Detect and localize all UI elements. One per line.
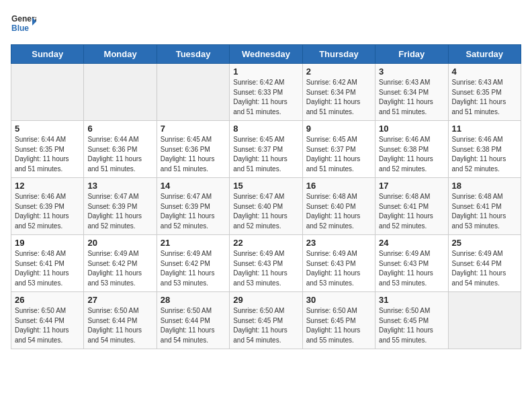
day-info: Sunrise: 6:49 AM Sunset: 6:43 PM Dayligh… — [306, 249, 371, 288]
calendar-cell: 25Sunrise: 6:49 AM Sunset: 6:44 PM Dayli… — [448, 235, 521, 292]
logo-icon: General Blue — [11, 11, 36, 36]
calendar-cell: 23Sunrise: 6:49 AM Sunset: 6:43 PM Dayli… — [302, 235, 375, 292]
calendar-cell: 14Sunrise: 6:47 AM Sunset: 6:39 PM Dayli… — [157, 178, 229, 235]
day-number: 3 — [379, 66, 444, 77]
day-number: 2 — [306, 66, 371, 77]
calendar-cell: 2Sunrise: 6:42 AM Sunset: 6:34 PM Daylig… — [302, 64, 375, 121]
calendar-cell: 26Sunrise: 6:50 AM Sunset: 6:44 PM Dayli… — [11, 292, 84, 349]
svg-text:Blue: Blue — [11, 24, 29, 33]
calendar-cell: 18Sunrise: 6:48 AM Sunset: 6:41 PM Dayli… — [448, 178, 521, 235]
day-info: Sunrise: 6:43 AM Sunset: 6:34 PM Dayligh… — [379, 78, 444, 117]
week-row-4: 19Sunrise: 6:48 AM Sunset: 6:41 PM Dayli… — [11, 235, 521, 292]
day-info: Sunrise: 6:49 AM Sunset: 6:42 PM Dayligh… — [161, 249, 226, 288]
calendar-cell: 28Sunrise: 6:50 AM Sunset: 6:44 PM Dayli… — [157, 292, 229, 349]
day-number: 13 — [87, 181, 152, 191]
calendar-cell: 6Sunrise: 6:44 AM Sunset: 6:36 PM Daylig… — [84, 121, 157, 178]
calendar-cell — [157, 64, 229, 121]
day-info: Sunrise: 6:45 AM Sunset: 6:37 PM Dayligh… — [233, 135, 298, 174]
calendar-cell: 15Sunrise: 6:47 AM Sunset: 6:40 PM Dayli… — [230, 178, 302, 235]
day-number: 19 — [15, 238, 80, 248]
calendar-cell: 22Sunrise: 6:49 AM Sunset: 6:43 PM Dayli… — [230, 235, 302, 292]
day-info: Sunrise: 6:47 AM Sunset: 6:40 PM Dayligh… — [233, 192, 298, 231]
header-day-wednesday: Wednesday — [230, 45, 302, 64]
day-number: 1 — [233, 66, 298, 77]
day-number: 24 — [379, 238, 444, 248]
calendar-cell: 13Sunrise: 6:47 AM Sunset: 6:39 PM Dayli… — [84, 178, 157, 235]
day-info: Sunrise: 6:49 AM Sunset: 6:43 PM Dayligh… — [379, 249, 444, 288]
calendar-cell — [448, 292, 521, 349]
calendar-cell: 27Sunrise: 6:50 AM Sunset: 6:44 PM Dayli… — [84, 292, 157, 349]
day-number: 9 — [306, 124, 371, 134]
day-info: Sunrise: 6:48 AM Sunset: 6:41 PM Dayligh… — [15, 249, 80, 288]
calendar-cell: 12Sunrise: 6:46 AM Sunset: 6:39 PM Dayli… — [11, 178, 84, 235]
calendar-cell: 8Sunrise: 6:45 AM Sunset: 6:37 PM Daylig… — [230, 121, 302, 178]
header-day-thursday: Thursday — [302, 45, 375, 64]
header-day-sunday: Sunday — [11, 45, 84, 64]
week-row-2: 5Sunrise: 6:44 AM Sunset: 6:35 PM Daylig… — [11, 121, 521, 178]
day-info: Sunrise: 6:46 AM Sunset: 6:38 PM Dayligh… — [379, 135, 444, 174]
day-info: Sunrise: 6:50 AM Sunset: 6:44 PM Dayligh… — [161, 306, 226, 345]
day-number: 27 — [87, 295, 152, 305]
calendar-cell — [11, 64, 84, 121]
day-number: 25 — [452, 238, 517, 248]
header-row: SundayMondayTuesdayWednesdayThursdayFrid… — [11, 45, 521, 64]
page-header: General Blue — [11, 11, 521, 36]
calendar-cell: 11Sunrise: 6:46 AM Sunset: 6:38 PM Dayli… — [448, 121, 521, 178]
day-number: 18 — [452, 181, 517, 191]
calendar-table: SundayMondayTuesdayWednesdayThursdayFrid… — [11, 44, 521, 349]
day-info: Sunrise: 6:47 AM Sunset: 6:39 PM Dayligh… — [87, 192, 152, 231]
header-day-saturday: Saturday — [448, 45, 521, 64]
day-number: 23 — [306, 238, 371, 248]
calendar-cell: 17Sunrise: 6:48 AM Sunset: 6:41 PM Dayli… — [375, 178, 448, 235]
day-number: 20 — [87, 238, 152, 248]
day-number: 11 — [452, 124, 517, 134]
day-number: 14 — [161, 181, 226, 191]
week-row-3: 12Sunrise: 6:46 AM Sunset: 6:39 PM Dayli… — [11, 178, 521, 235]
day-number: 30 — [306, 295, 371, 305]
day-number: 17 — [379, 181, 444, 191]
calendar-cell — [84, 64, 157, 121]
day-number: 22 — [233, 238, 298, 248]
calendar-cell: 9Sunrise: 6:45 AM Sunset: 6:37 PM Daylig… — [302, 121, 375, 178]
day-number: 5 — [15, 124, 80, 134]
day-info: Sunrise: 6:43 AM Sunset: 6:35 PM Dayligh… — [452, 78, 517, 117]
day-info: Sunrise: 6:44 AM Sunset: 6:35 PM Dayligh… — [15, 135, 80, 174]
day-info: Sunrise: 6:50 AM Sunset: 6:45 PM Dayligh… — [233, 306, 298, 345]
week-row-5: 26Sunrise: 6:50 AM Sunset: 6:44 PM Dayli… — [11, 292, 521, 349]
day-number: 12 — [15, 181, 80, 191]
calendar-cell: 29Sunrise: 6:50 AM Sunset: 6:45 PM Dayli… — [230, 292, 302, 349]
day-info: Sunrise: 6:45 AM Sunset: 6:37 PM Dayligh… — [306, 135, 371, 174]
day-info: Sunrise: 6:46 AM Sunset: 6:38 PM Dayligh… — [452, 135, 517, 174]
calendar-cell: 24Sunrise: 6:49 AM Sunset: 6:43 PM Dayli… — [375, 235, 448, 292]
day-info: Sunrise: 6:45 AM Sunset: 6:36 PM Dayligh… — [161, 135, 226, 174]
calendar-cell: 7Sunrise: 6:45 AM Sunset: 6:36 PM Daylig… — [157, 121, 229, 178]
calendar-cell: 16Sunrise: 6:48 AM Sunset: 6:40 PM Dayli… — [302, 178, 375, 235]
day-info: Sunrise: 6:42 AM Sunset: 6:33 PM Dayligh… — [233, 78, 298, 117]
calendar-cell: 5Sunrise: 6:44 AM Sunset: 6:35 PM Daylig… — [11, 121, 84, 178]
calendar-cell: 4Sunrise: 6:43 AM Sunset: 6:35 PM Daylig… — [448, 64, 521, 121]
calendar-cell: 31Sunrise: 6:50 AM Sunset: 6:45 PM Dayli… — [375, 292, 448, 349]
day-number: 15 — [233, 181, 298, 191]
day-number: 4 — [452, 66, 517, 77]
day-info: Sunrise: 6:48 AM Sunset: 6:41 PM Dayligh… — [379, 192, 444, 231]
day-number: 26 — [15, 295, 80, 305]
calendar-cell: 30Sunrise: 6:50 AM Sunset: 6:45 PM Dayli… — [302, 292, 375, 349]
day-info: Sunrise: 6:49 AM Sunset: 6:42 PM Dayligh… — [87, 249, 152, 288]
header-day-friday: Friday — [375, 45, 448, 64]
day-info: Sunrise: 6:50 AM Sunset: 6:44 PM Dayligh… — [15, 306, 80, 345]
day-number: 16 — [306, 181, 371, 191]
day-info: Sunrise: 6:44 AM Sunset: 6:36 PM Dayligh… — [87, 135, 152, 174]
calendar-cell: 10Sunrise: 6:46 AM Sunset: 6:38 PM Dayli… — [375, 121, 448, 178]
day-number: 7 — [161, 124, 226, 134]
day-info: Sunrise: 6:48 AM Sunset: 6:40 PM Dayligh… — [306, 192, 371, 231]
day-number: 6 — [87, 124, 152, 134]
header-day-monday: Monday — [84, 45, 157, 64]
day-info: Sunrise: 6:50 AM Sunset: 6:44 PM Dayligh… — [87, 306, 152, 345]
day-number: 21 — [161, 238, 226, 248]
day-number: 8 — [233, 124, 298, 134]
day-number: 28 — [161, 295, 226, 305]
day-number: 29 — [233, 295, 298, 305]
week-row-1: 1Sunrise: 6:42 AM Sunset: 6:33 PM Daylig… — [11, 64, 521, 121]
day-info: Sunrise: 6:48 AM Sunset: 6:41 PM Dayligh… — [452, 192, 517, 231]
logo-text-wrapper: General Blue — [11, 11, 36, 36]
